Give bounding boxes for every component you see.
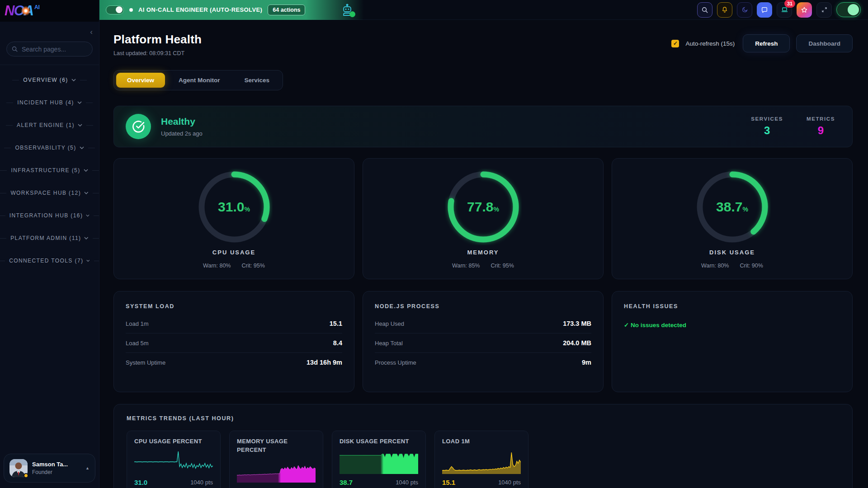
theme-toggle[interactable] — [836, 2, 861, 17]
bell-icon — [721, 6, 728, 14]
trend-chart-grid: CPU USAGE PERCENT31.01040 ptsMEMORY USAG… — [127, 431, 840, 488]
row-value: 204.0 MB — [563, 339, 591, 347]
chevron-down-icon — [78, 124, 82, 127]
nav-divider-line — [0, 193, 6, 193]
gauge-unit: % — [493, 206, 499, 213]
user-card[interactable]: Samson Ta... Founder ▲ — [4, 454, 95, 483]
sidebar-collapse-icon[interactable]: ‹ — [90, 28, 93, 36]
ai-oncall-toggle[interactable] — [106, 5, 124, 14]
nav-divider-line — [0, 261, 5, 261]
nav-divider-line — [4, 148, 11, 148]
tab-overview[interactable]: Overview — [116, 73, 165, 88]
trend-current-value: 31.0 — [134, 479, 147, 486]
tab-services[interactable]: Services — [234, 73, 281, 88]
chevron-down-icon — [84, 169, 88, 172]
status-updated: Updated 2s ago — [161, 130, 203, 137]
sidebar: NOA AI ‹ OVERVIEW (6)INCIDENT HUB (4)ALE… — [0, 0, 99, 488]
gauge-number: 31.0 — [218, 199, 244, 215]
sidebar-item-label: INCIDENT HUB (4) — [17, 99, 74, 106]
sidebar-item-observability-5[interactable]: OBSERVABILITY (5) — [0, 136, 99, 159]
trend-title: DISK USAGE PERCENT — [340, 437, 418, 446]
sidebar-divider — [0, 65, 99, 65]
gauge-row: 31.0%CPU USAGEWarn: 80%Crit: 95%77.8%MEM… — [113, 158, 853, 279]
nav-divider-line — [12, 80, 19, 80]
ai-assistant-robot-icon[interactable] — [340, 3, 354, 17]
table-row: Load 5m8.4 — [126, 333, 342, 353]
nav-divider-line — [94, 261, 99, 261]
trend-card-disk-usage-percent: DISK USAGE PERCENT38.71040 pts — [332, 431, 426, 488]
ai-oncall-label: AI ON-CALL ENGINEER (AUTO-RESOLVE) — [138, 6, 262, 13]
sidebar-item-incident-hub-4[interactable]: INCIDENT HUB (4) — [0, 91, 99, 114]
search-icon — [701, 6, 708, 14]
chevron-down-icon — [71, 79, 76, 81]
nav-divider-line — [86, 125, 93, 126]
crit-threshold: Crit: 90% — [740, 263, 763, 269]
sidebar-item-platform-admin-11[interactable]: PLATFORM ADMIN (11) — [0, 227, 99, 249]
sidebar-item-connected-tools-7[interactable]: CONNECTED TOOLS (7) — [0, 249, 99, 272]
sidebar-item-integration-hub-16[interactable]: INTEGRATION HUB (16) — [0, 204, 99, 227]
sparkline-chart — [340, 450, 418, 474]
trend-card-cpu-usage-percent: CPU USAGE PERCENT31.01040 pts — [127, 431, 221, 488]
search-input[interactable] — [6, 42, 93, 56]
sidebar-item-label: ALERT ENGINE (1) — [17, 122, 75, 128]
trend-stats: 15.11040 pts — [442, 479, 521, 486]
user-name: Samson Ta... — [32, 461, 68, 468]
metrics-value: 9 — [807, 124, 835, 137]
chevron-down-icon — [84, 237, 88, 239]
sidebar-item-alert-engine-1[interactable]: ALERT ENGINE (1) — [0, 114, 99, 136]
topbar-icons: 31 — [697, 2, 861, 18]
sidebar-search — [6, 42, 93, 56]
gauge-card-memory: 77.8%MEMORYWarn: 85%Crit: 95% — [363, 158, 604, 279]
sidebar-item-infrastructure-5[interactable]: INFRASTRUCTURE (5) — [0, 159, 99, 182]
trend-current-value: 38.7 — [340, 479, 353, 486]
notification-count-badge: 31 — [784, 0, 795, 8]
table-row: Load 1m15.1 — [126, 314, 342, 333]
services-value: 3 — [751, 124, 783, 137]
chevron-down-icon — [86, 214, 90, 217]
toggle-knob — [848, 4, 859, 15]
nav-divider-line — [0, 238, 6, 239]
dashboard-button[interactable]: Dashboard — [796, 34, 853, 52]
sparkline-chart — [134, 450, 213, 474]
sidebar-item-label: WORKSPACE HUB (12) — [10, 190, 81, 196]
row-label: Load 5m — [126, 340, 149, 347]
device-monitor-button[interactable]: 31 — [777, 2, 792, 18]
gauge-unit: % — [244, 206, 250, 213]
auto-refresh-checkbox[interactable]: ✓ — [671, 40, 679, 47]
global-search-button[interactable] — [697, 2, 712, 18]
fullscreen-button[interactable] — [816, 2, 832, 18]
expand-icon — [821, 6, 828, 13]
refresh-button[interactable]: Refresh — [743, 34, 790, 52]
nav-divider-line — [6, 125, 13, 126]
chat-button[interactable] — [757, 2, 772, 18]
status-stats: SERVICES 3 METRICS 9 — [751, 116, 835, 137]
row-value: 15.1 — [330, 320, 342, 327]
health-status-banner: Healthy Updated 2s ago SERVICES 3 METRIC… — [113, 106, 853, 147]
sidebar-item-workspace-hub-12[interactable]: WORKSPACE HUB (12) — [0, 182, 99, 204]
crit-threshold: Crit: 95% — [241, 263, 264, 269]
table-row: Process Uptime9m — [375, 353, 591, 372]
sidebar-item-label: OBSERVABILITY (5) — [15, 145, 76, 151]
gauge-donut: 77.8% — [445, 169, 522, 245]
dark-mode-button[interactable] — [737, 2, 752, 18]
user-meta: Samson Ta... Founder — [32, 461, 68, 475]
page-content: Platform Health Last updated: 08:09:31 C… — [99, 20, 868, 488]
gauge-label: MEMORY — [467, 249, 499, 256]
table-row: System Uptime13d 16h 9m — [126, 353, 342, 372]
app-logo[interactable]: NOA AI — [0, 0, 99, 22]
gauge-thresholds: Warn: 85%Crit: 95% — [452, 263, 514, 269]
status-title: Healthy — [161, 116, 203, 127]
logo-ai-suffix: AI — [34, 4, 40, 10]
sidebar-item-overview-6[interactable]: OVERVIEW (6) — [0, 69, 99, 91]
trend-stats: 31.01040 pts — [134, 479, 213, 486]
gauge-number: 38.7 — [716, 199, 742, 215]
favorites-button[interactable] — [797, 2, 812, 18]
chat-bubble-icon — [761, 6, 768, 14]
notifications-button[interactable] — [717, 2, 732, 18]
page-title: Platform Health — [113, 33, 202, 47]
logo-star-burst — [21, 6, 31, 16]
sidebar-item-label: INTEGRATION HUB (16) — [9, 212, 83, 219]
tab-agent-monitor[interactable]: Agent Monitor — [168, 73, 231, 88]
check-circle-icon — [126, 114, 151, 139]
caret-up-icon[interactable]: ▲ — [85, 466, 90, 470]
